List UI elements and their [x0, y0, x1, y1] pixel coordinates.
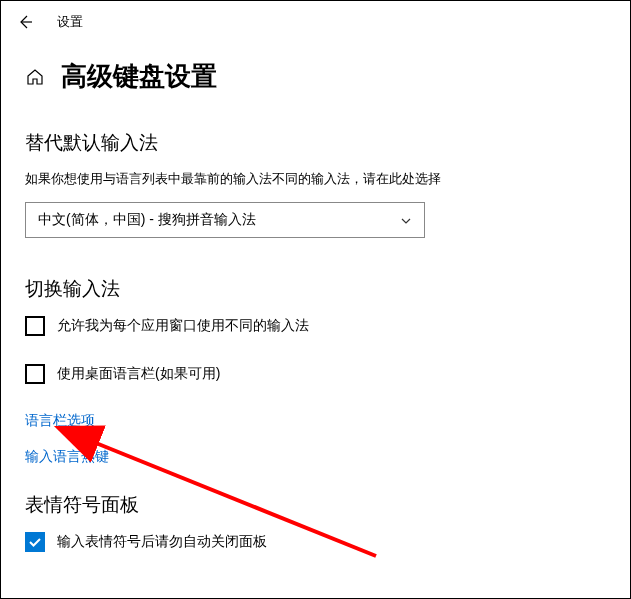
section-switch-title: 切换输入法: [25, 276, 606, 302]
header-title: 设置: [57, 13, 83, 31]
dropdown-value: 中文(简体，中国) - 搜狗拼音输入法: [38, 211, 256, 229]
langbar-options-link[interactable]: 语言栏选项: [25, 412, 606, 430]
home-icon[interactable]: [25, 67, 45, 87]
emoji-panel-checkbox[interactable]: [25, 532, 45, 552]
check-icon: [28, 535, 42, 549]
emoji-panel-label: 输入表情符号后请勿自动关闭面板: [57, 533, 267, 551]
back-button[interactable]: [17, 14, 33, 30]
chevron-down-icon: [400, 214, 412, 226]
per-app-ime-label: 允许我为每个应用窗口使用不同的输入法: [57, 317, 309, 335]
section-override-desc: 如果你想使用与语言列表中最靠前的输入法不同的输入法，请在此处选择: [25, 170, 606, 188]
desktop-langbar-label: 使用桌面语言栏(如果可用): [57, 365, 220, 383]
desktop-langbar-checkbox[interactable]: [25, 364, 45, 384]
input-hotkey-link[interactable]: 输入语言热键: [25, 448, 606, 466]
page-title: 高级键盘设置: [61, 59, 217, 94]
default-ime-dropdown[interactable]: 中文(简体，中国) - 搜狗拼音输入法: [25, 202, 425, 238]
per-app-ime-checkbox[interactable]: [25, 316, 45, 336]
section-override-title: 替代默认输入法: [25, 130, 606, 156]
section-emoji-title: 表情符号面板: [25, 492, 606, 518]
